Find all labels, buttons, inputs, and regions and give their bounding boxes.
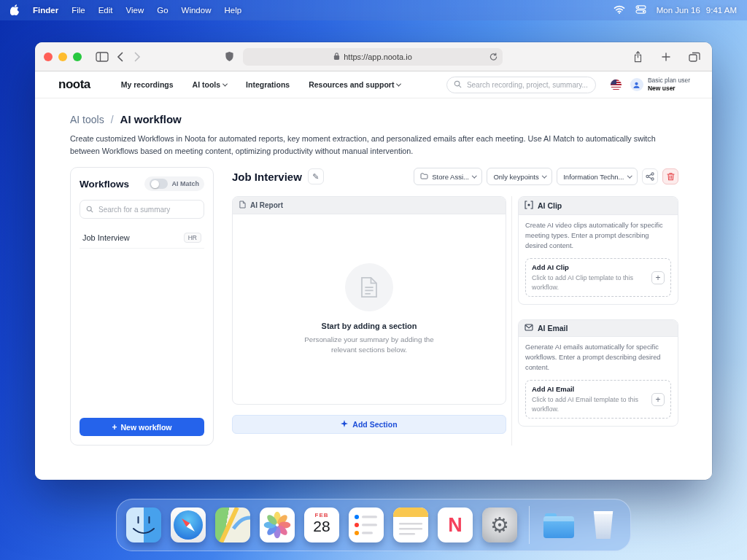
- address-bar[interactable]: https://app.noota.io: [243, 48, 503, 66]
- add-section-label: Add Section: [352, 420, 397, 429]
- add-ai-clip-button[interactable]: +: [651, 271, 665, 284]
- dock-folder-icon[interactable]: [541, 508, 576, 542]
- menu-edit[interactable]: Edit: [98, 6, 113, 15]
- workflow-search[interactable]: [80, 200, 204, 219]
- breadcrumb: AI tools / AI workflow: [70, 113, 678, 125]
- dock-news-icon[interactable]: N: [438, 508, 473, 542]
- nav-my-recordings[interactable]: My recordings: [121, 80, 174, 89]
- dock-maps-icon[interactable]: [215, 508, 250, 542]
- menu-finder[interactable]: Finder: [33, 6, 58, 15]
- dropdown-store[interactable]: Store Assi...: [414, 168, 482, 185]
- user-plan-label: Basic plan user: [648, 77, 690, 85]
- menu-window[interactable]: Window: [182, 6, 212, 15]
- browser-toolbar: https://app.noota.io: [35, 42, 712, 71]
- safari-compass: [174, 510, 203, 540]
- reload-icon[interactable]: [489, 52, 498, 63]
- share-workflow-button[interactable]: [642, 168, 658, 184]
- ai-match-toggle[interactable]: AI Match: [144, 176, 204, 191]
- nav-ai-tools-label: AI tools: [193, 80, 221, 89]
- nav-integrations[interactable]: Integrations: [246, 80, 290, 89]
- sidebar-toggle-button[interactable]: [93, 48, 111, 66]
- dock-notes-icon[interactable]: [393, 508, 428, 542]
- chevron-down-icon: [396, 81, 401, 86]
- workflow-item-name: Job Interview: [82, 233, 130, 242]
- url-text: https://app.noota.io: [344, 52, 412, 61]
- dropdown-keypoints[interactable]: Only keypoints: [487, 168, 552, 185]
- global-search[interactable]: [446, 77, 596, 93]
- ai-email-description: Generate AI emails automatically for spe…: [525, 343, 671, 373]
- desktop-wallpaper: Finder File Edit View Go Window Help Mon…: [0, 0, 747, 560]
- dock-safari-icon[interactable]: [171, 508, 206, 542]
- menu-date: Mon Jun 16: [657, 6, 700, 15]
- dock-reminders-icon[interactable]: [349, 508, 384, 542]
- empty-state-title: Start by adding a section: [322, 322, 417, 330]
- dock-photos-icon[interactable]: [260, 508, 295, 542]
- add-ai-clip-box[interactable]: Add AI Clip Click to add AI Clip templat…: [525, 258, 671, 297]
- nav-resources[interactable]: Resources and support: [309, 80, 400, 89]
- gear-icon: ⚙: [490, 513, 509, 537]
- tab-overview-button[interactable]: [686, 48, 703, 66]
- chevron-down-icon: [542, 174, 546, 178]
- menu-help[interactable]: Help: [224, 6, 241, 15]
- empty-state-subtitle: Personalize your summary by adding the r…: [300, 335, 438, 355]
- wifi-icon[interactable]: [614, 5, 625, 15]
- workflow-search-input[interactable]: [97, 205, 198, 214]
- envelope-icon: [525, 324, 533, 332]
- workflow-list-item[interactable]: Job Interview HR: [80, 228, 204, 249]
- add-ai-clip-subtitle: Click to add AI Clip template to this wo…: [532, 273, 647, 292]
- nav-ai-tools[interactable]: AI tools: [193, 80, 228, 89]
- zoom-window-button[interactable]: [73, 52, 82, 61]
- empty-state-circle: [345, 263, 393, 311]
- minimize-window-button[interactable]: [58, 52, 67, 61]
- menu-view[interactable]: View: [126, 6, 144, 15]
- menu-clock[interactable]: Mon Jun 16 9:41 AM: [657, 6, 737, 15]
- dock-trash-icon[interactable]: [586, 508, 621, 542]
- global-search-input[interactable]: [465, 80, 589, 90]
- dock-settings-icon[interactable]: ⚙: [482, 508, 517, 542]
- nav-resources-label: Resources and support: [309, 80, 394, 89]
- apple-logo-icon[interactable]: [10, 4, 20, 17]
- new-tab-button[interactable]: [657, 48, 675, 66]
- dropdown-industry[interactable]: Information Techn...: [557, 168, 638, 185]
- close-window-button[interactable]: [44, 52, 53, 61]
- editor-header: Job Interview ✎ Store Assi...: [232, 167, 678, 186]
- workflow-panels: Workflows AI Match: [70, 167, 678, 446]
- site-header: noota My recordings AI tools Integration…: [35, 71, 712, 98]
- control-center-icon[interactable]: [635, 5, 646, 15]
- add-ai-email-subtitle: Click to add AI Email template to this w…: [532, 395, 647, 413]
- page-title: AI workflow: [120, 113, 182, 125]
- new-workflow-button[interactable]: + New workflow: [80, 418, 204, 436]
- add-ai-email-box[interactable]: Add AI Email Click to add AI Email templ…: [525, 380, 671, 419]
- add-ai-email-title: Add AI Email: [532, 385, 647, 393]
- dock-calendar-icon[interactable]: FEB 28: [304, 508, 339, 542]
- dock-finder-icon[interactable]: [126, 508, 161, 542]
- dropdown-keypoints-label: Only keypoints: [493, 173, 538, 181]
- main-nav: My recordings AI tools Integrations Reso…: [121, 80, 401, 89]
- noota-logo[interactable]: noota: [58, 77, 90, 92]
- delete-workflow-button[interactable]: [662, 168, 678, 184]
- toggle-switch[interactable]: [150, 179, 168, 189]
- clip-icon: [525, 201, 533, 211]
- report-column: AI Report Start by adding a section Pers…: [232, 196, 506, 446]
- share-button[interactable]: [629, 48, 646, 66]
- ai-email-header: AI Email: [519, 320, 678, 337]
- ai-email-title: AI Email: [538, 324, 568, 332]
- edit-title-button[interactable]: ✎: [308, 168, 324, 184]
- menu-time: 9:41 AM: [706, 6, 737, 15]
- menu-go[interactable]: Go: [157, 6, 168, 15]
- dropdown-store-label: Store Assi...: [432, 173, 469, 181]
- chevron-down-icon: [472, 174, 476, 178]
- ai-clip-description: Create AI video clips automatically for …: [525, 221, 671, 252]
- language-flag-us[interactable]: [611, 79, 622, 90]
- user-menu[interactable]: Basic plan user New user: [630, 77, 690, 92]
- add-ai-email-button[interactable]: +: [651, 393, 665, 406]
- user-avatar: [630, 78, 643, 91]
- calendar-day: 28: [313, 518, 330, 534]
- lock-icon: [333, 52, 340, 62]
- forward-button[interactable]: [128, 48, 146, 66]
- menu-file[interactable]: File: [71, 6, 85, 15]
- privacy-shield-icon[interactable]: [225, 51, 234, 65]
- back-button[interactable]: [111, 48, 128, 66]
- breadcrumb-ai-tools[interactable]: AI tools: [70, 114, 104, 125]
- add-section-button[interactable]: Add Section: [232, 415, 506, 434]
